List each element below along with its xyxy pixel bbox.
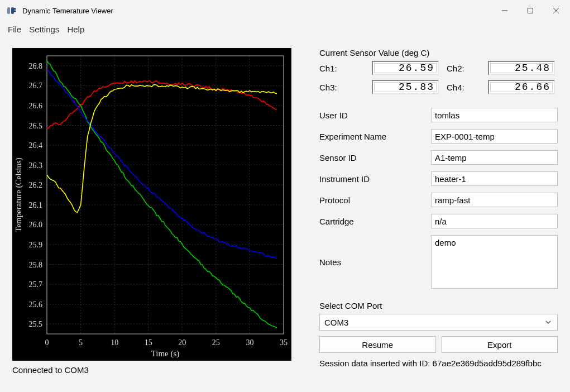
svg-text:26.3: 26.3 (29, 161, 43, 170)
ch2-value: 25.48 (488, 61, 555, 75)
experiment-input[interactable] (431, 129, 558, 144)
readouts-title: Current Sensor Value (deg C) (319, 48, 558, 58)
instrument-id-input[interactable] (431, 171, 558, 186)
ch1-value: 26.59 (372, 61, 439, 75)
svg-text:26.7: 26.7 (29, 82, 43, 90)
close-button[interactable] (543, 2, 569, 20)
svg-rect-0 (7, 7, 10, 14)
svg-text:30: 30 (246, 338, 253, 347)
ch4-value: 26.66 (488, 80, 555, 94)
ch2-label: Ch2: (447, 64, 480, 73)
ch3-label: Ch3: (319, 83, 364, 92)
svg-text:26.0: 26.0 (29, 221, 43, 229)
svg-text:20: 20 (178, 338, 186, 347)
resume-button[interactable]: Resume (319, 336, 436, 353)
titlebar: Dynamic Temerature Viewer (0, 0, 570, 21)
readouts-grid: Ch1: 26.59 Ch2: 25.48 Ch3: 25.83 Ch4: 26… (319, 61, 558, 94)
svg-text:5: 5 (79, 338, 83, 347)
svg-text:25.5: 25.5 (29, 320, 43, 328)
status-connected: Connected to COM3 (12, 365, 291, 375)
export-button[interactable]: Export (442, 336, 558, 353)
ch3-value: 25.83 (372, 80, 439, 94)
svg-text:26.1: 26.1 (29, 201, 43, 209)
svg-text:15: 15 (145, 338, 152, 347)
sensor-id-label: Sensor ID (319, 153, 431, 162)
com-port-select[interactable]: COM3 (319, 314, 558, 331)
svg-text:25.9: 25.9 (29, 241, 43, 249)
form: User ID Experiment Name Sensor ID Instru… (319, 108, 558, 289)
svg-text:25.8: 25.8 (29, 261, 43, 269)
minimize-button[interactable] (492, 2, 518, 20)
svg-text:25: 25 (212, 338, 220, 347)
ch1-label: Ch1: (319, 64, 364, 73)
svg-text:26.4: 26.4 (29, 141, 43, 150)
chart: 0510152025303525.525.625.725.825.926.026… (12, 48, 291, 361)
svg-text:25.7: 25.7 (29, 280, 43, 289)
svg-text:26.6: 26.6 (29, 102, 43, 110)
sensor-id-input[interactable] (431, 150, 558, 165)
svg-text:Time (s): Time (s) (151, 349, 180, 358)
experiment-label: Experiment Name (319, 132, 431, 141)
protocol-label: Protocol (319, 195, 431, 205)
com-port-selected: COM3 (324, 318, 348, 327)
svg-text:26.2: 26.2 (29, 181, 43, 189)
svg-text:Temperature (Celsius): Temperature (Celsius) (14, 157, 23, 232)
menu-settings[interactable]: Settings (29, 25, 59, 34)
maximize-button[interactable] (518, 2, 543, 20)
svg-text:26.8: 26.8 (29, 62, 43, 70)
notes-textarea[interactable] (431, 235, 558, 289)
svg-rect-3 (528, 8, 533, 13)
user-id-label: User ID (319, 111, 431, 120)
svg-text:10: 10 (111, 338, 118, 347)
protocol-input[interactable] (431, 193, 558, 207)
window-title: Dynamic Temerature Viewer (22, 7, 113, 15)
session-id-text: Session data inserted with ID: 67ae2e369… (319, 358, 558, 368)
ch4-label: Ch4: (447, 83, 480, 92)
chevron-down-icon (544, 318, 553, 327)
app-icon (6, 5, 17, 16)
svg-text:35: 35 (280, 338, 288, 347)
menu-help[interactable]: Help (67, 25, 84, 34)
menu-file[interactable]: File (8, 25, 21, 34)
instrument-id-label: Instrument ID (319, 174, 431, 184)
menubar: File Settings Help (0, 21, 570, 37)
cartridge-label: Cartridge (319, 217, 431, 226)
svg-text:0: 0 (45, 338, 49, 347)
cartridge-input[interactable] (431, 214, 558, 228)
user-id-input[interactable] (431, 108, 558, 122)
svg-text:26.5: 26.5 (29, 122, 43, 130)
svg-text:25.6: 25.6 (29, 300, 43, 309)
com-port-label: Select COM Port (319, 301, 558, 310)
notes-label: Notes (319, 257, 431, 267)
svg-rect-1 (11, 7, 14, 14)
